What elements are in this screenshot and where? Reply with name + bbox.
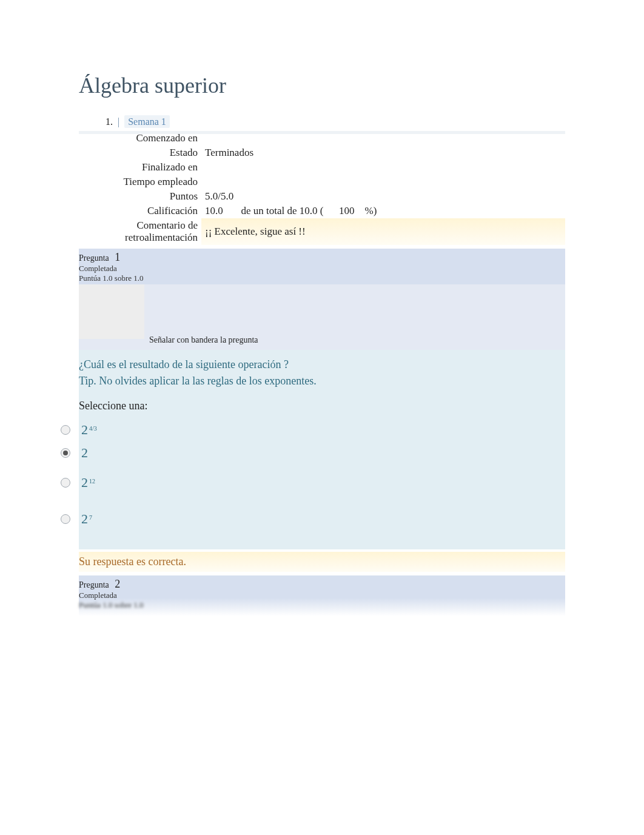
summary-label: Comentario de retroalimentación [79,218,201,245]
summary-label: Comenzado en [79,131,201,146]
answer-correct-banner: Su respuesta es correcta. [79,552,565,572]
summary-value [201,160,565,175]
question-status: Completada [79,264,117,273]
option-b[interactable]: 2 [61,441,565,464]
question-2: Pregunta 2 Completada Puntúa 1.0 sobre 1… [79,575,565,616]
flag-question-link[interactable]: Señalar con bandera la pregunta [79,335,565,345]
summary-value: Terminados [201,146,565,160]
radio-icon[interactable] [61,425,70,435]
grade-mid: de un total de 10.0 ( [241,205,324,216]
question-score: Puntúa 1.0 sobre 1.0 [79,273,144,283]
summary-label: Calificación [79,204,201,218]
question-label: Pregunta [79,253,109,263]
question-score: Puntúa 1.0 sobre 1.0 [79,600,144,609]
summary-value: 5.0/5.0 [201,189,565,204]
options-list: 24/3 2 212 [61,418,565,537]
option-base: 2 [81,422,88,437]
question-header: Pregunta 1 Completada Puntúa 1.0 sobre 1… [79,249,565,286]
summary-row-time: Tiempo empleado [79,175,565,189]
option-c[interactable]: 212 [61,464,565,501]
flag-placeholder [79,284,144,339]
question-label: Pregunta [79,580,109,589]
radio-icon[interactable] [61,478,70,488]
option-a[interactable]: 24/3 [61,418,565,441]
summary-label: Estado [79,146,201,160]
summary-row-started: Comenzado en [79,131,565,146]
summary-value [201,131,565,146]
summary-value: 10.0 de un total de 10.0 ( 100 %) [201,204,565,218]
option-exponent [88,448,89,455]
summary-row-points: Puntos 5.0/5.0 [79,189,565,204]
option-exponent: 12 [88,478,95,485]
option-exponent: 4/3 [88,425,97,432]
radio-icon[interactable] [61,514,70,524]
question-status: Completada [79,591,117,600]
question-prompt: ¿Cuál es el resultado de la siguiente op… [79,358,565,375]
summary-label: Tiempo empleado [79,175,201,189]
grade-tail: %) [364,205,377,216]
question-content: ¿Cuál es el resultado de la siguiente op… [79,350,565,549]
feedback-banner: ¡¡ Excelente, sigue así !! [201,218,565,245]
summary-label: Finalizado en [79,160,201,175]
breadcrumb: | Semana 1 [97,116,565,127]
flag-area: Señalar con bandera la pregunta [79,284,565,350]
summary-row-state: Estado Terminados [79,146,565,160]
question-select-label: Seleccione una: [79,400,565,418]
question-tip: Tip. No olvides aplicar la las reglas de… [79,375,565,400]
grade-percent: 100 [339,205,355,216]
summary-row-finished: Finalizado en [79,160,565,175]
question-header: Pregunta 2 Completada Puntúa 1.0 sobre 1… [79,575,565,616]
breadcrumb-separator: | [115,116,122,127]
option-base: 2 [81,475,88,490]
question-1: Pregunta 1 Completada Puntúa 1.0 sobre 1… [79,249,565,572]
option-base: 2 [81,511,88,526]
course-title: Álgebra superior [79,73,565,98]
grade-number: 10.0 [205,205,223,216]
summary-value [201,175,565,189]
option-base: 2 [81,445,88,460]
question-number: 2 [111,578,120,590]
breadcrumb-link-week[interactable]: Semana 1 [124,115,170,128]
summary-label: Puntos [79,189,201,204]
option-d[interactable]: 27 [61,501,565,537]
attempt-summary-table: Comenzado en Estado Terminados Finalizad… [79,131,565,245]
summary-row-grade: Calificación 10.0 de un total de 10.0 ( … [79,204,565,218]
summary-row-feedback: Comentario de retroalimentación ¡¡ Excel… [79,218,565,245]
option-exponent: 7 [88,514,92,521]
radio-icon[interactable] [61,448,70,458]
question-number: 1 [111,251,120,263]
